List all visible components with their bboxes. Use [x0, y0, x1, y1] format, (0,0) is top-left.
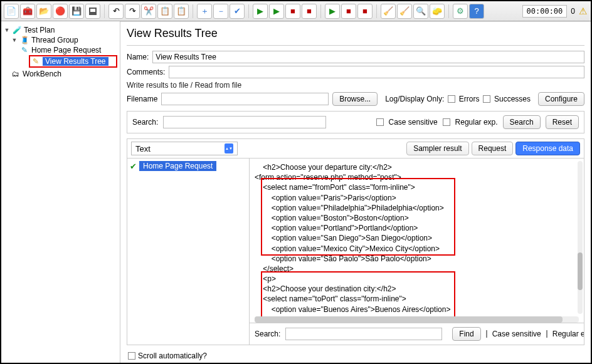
panel-title: View Results Tree [127, 27, 584, 40]
name-input[interactable] [152, 51, 584, 63]
response-line: </select> [255, 264, 579, 274]
response-line: <option value="São Paolo">São Paolo</opt… [255, 254, 579, 264]
resp-case-checkbox[interactable] [486, 330, 487, 338]
reset-button[interactable]: Reset [546, 115, 579, 129]
function-helper-icon[interactable]: ⚙ [453, 4, 468, 19]
toggle-icon[interactable]: ✔ [230, 4, 245, 19]
templates-icon[interactable]: 🧰 [20, 4, 35, 19]
tree-item-workbench[interactable]: 🗂WorkBench [11, 69, 117, 79]
success-icon: ✔ [130, 162, 137, 171]
clear-icon[interactable]: 🧹 [381, 4, 396, 19]
start-icon[interactable]: ▶ [253, 4, 268, 19]
response-search-input[interactable] [285, 328, 442, 340]
collapse-icon[interactable]: － [213, 4, 228, 19]
response-line: <option value="Buenos Aires">Buenos Aire… [255, 304, 579, 315]
response-line: <option value="Mexico City">Mexico City<… [255, 244, 579, 254]
search-button[interactable]: Search [503, 115, 541, 129]
warning-icon[interactable]: ⚠ [579, 6, 587, 17]
copy-icon[interactable]: 📋 [157, 4, 172, 19]
redo-icon[interactable]: ↷ [125, 4, 140, 19]
regex-checkbox[interactable] [443, 118, 450, 126]
filename-input[interactable] [161, 93, 329, 105]
tab-response-data[interactable]: Response data [515, 142, 580, 155]
comments-label: Comments: [127, 68, 165, 76]
response-line: <form action="reserve.php" method="post"… [255, 172, 579, 182]
response-line: <select name="toPort" class="form-inline… [255, 294, 579, 304]
active-threads: 0 [571, 7, 575, 16]
stop-icon[interactable]: ■ [285, 4, 300, 19]
tree-item-view-results-highlight: ✎View Results Tree [29, 55, 117, 68]
save-icon[interactable]: 💾 [69, 4, 84, 19]
renderer-combo[interactable]: Text ▲▼ [131, 142, 238, 155]
successes-checkbox[interactable] [483, 95, 490, 103]
start-no-timers-icon[interactable]: ▶ [269, 4, 284, 19]
remote-start-icon[interactable]: ▶ [325, 4, 340, 19]
expand-icon[interactable]: ＋ [197, 4, 212, 19]
logdisplay-label: Log/Display Only: [385, 95, 444, 103]
case-sensitive-checkbox[interactable] [376, 118, 384, 126]
scroll-auto-checkbox[interactable] [128, 352, 135, 360]
paste-icon[interactable]: 📋 [174, 4, 189, 19]
cut-icon[interactable]: ✂️ [141, 4, 156, 19]
save-as-icon[interactable] [85, 4, 100, 19]
undo-icon[interactable]: ↶ [108, 4, 124, 19]
search-bar: Search: Case sensitive Regular exp. Sear… [127, 111, 584, 133]
tree-item-home-page-request[interactable]: ✎Home Page Request [20, 45, 117, 55]
help-icon[interactable]: ? [469, 4, 484, 19]
search-tree-icon[interactable]: 🔍 [413, 4, 428, 19]
errors-checkbox[interactable] [448, 95, 455, 103]
sample-home-page[interactable]: ✔ Home Page Request [130, 161, 246, 171]
name-label: Name: [127, 53, 149, 61]
file-group-label: Write results to file / Read from file [127, 81, 584, 90]
filename-label: Filename [127, 95, 157, 103]
test-plan-tree: ▼🧪Test Plan ▼🧵Thread Group ✎Home Page Re… [1, 21, 120, 363]
close-icon[interactable]: 🔴 [53, 4, 68, 19]
response-line: <option value="Boston">Boston</option> [255, 213, 579, 223]
response-line: <h2>Choose your destination city:</h2> [255, 284, 579, 294]
shutdown-icon[interactable]: ■ [302, 4, 317, 19]
tree-item-test-plan[interactable]: ▼🧪Test Plan [4, 25, 117, 35]
new-icon[interactable]: 📄 [4, 4, 19, 19]
chevron-down-icon: ▲▼ [225, 143, 233, 153]
main-toolbar: 📄 🧰 📂 🔴 💾 ↶ ↷ ✂️ 📋 📋 ＋ － ✔ ▶ ▶ ■ ■ ▶ ■ ■… [1, 1, 591, 21]
results-container: Text ▲▼ Sampler result Request Response … [127, 138, 584, 345]
response-line: <select name="fromPort" class="form-inli… [255, 182, 579, 192]
response-line: <option value="Paris">Paris</option> [255, 193, 579, 203]
response-search-bar: Search: Find Case sensitive Regular exp. [250, 323, 584, 345]
configure-button[interactable]: Configure [538, 92, 584, 106]
timer-display: 00:00:00 [522, 5, 568, 18]
tab-request[interactable]: Request [472, 142, 514, 155]
tree-item-thread-group[interactable]: ▼🧵Thread Group [11, 35, 117, 45]
samples-list: ✔ Home Page Request [127, 159, 250, 345]
response-line: <option value="Philadelphia">Philadelphi… [255, 203, 579, 213]
comments-input[interactable] [169, 66, 584, 78]
tab-sampler-result[interactable]: Sampler result [406, 142, 468, 155]
open-icon[interactable]: 📂 [36, 4, 51, 19]
right-pane: View Results Tree Name: Comments: Write … [120, 21, 591, 363]
tree-item-view-results-tree[interactable]: ✎View Results Tree [31, 56, 115, 66]
browse-button[interactable]: Browse... [332, 92, 378, 106]
response-line: <h2>Choose your departure city:</h2> [255, 162, 579, 172]
response-line: <p> [255, 274, 579, 284]
svg-rect-1 [90, 9, 95, 12]
remote-stop-icon[interactable]: ■ [341, 4, 356, 19]
response-body[interactable]: <h2>Choose your departure city:</h2><for… [250, 159, 584, 316]
response-line: <option value="San Diego">San Diego</opt… [255, 233, 579, 243]
search-input[interactable] [163, 116, 326, 128]
clear-all-icon[interactable]: 🧹 [397, 4, 412, 19]
resp-regex-checkbox[interactable] [546, 330, 547, 338]
reset-search-icon[interactable]: 🧽 [430, 4, 445, 19]
vertical-scrollbar[interactable] [578, 161, 583, 314]
response-line: <option value="Portland">Portland</optio… [255, 223, 579, 233]
remote-shutdown-icon[interactable]: ■ [357, 4, 373, 19]
find-button[interactable]: Find [452, 327, 480, 341]
horizontal-scrollbar[interactable] [255, 316, 579, 323]
